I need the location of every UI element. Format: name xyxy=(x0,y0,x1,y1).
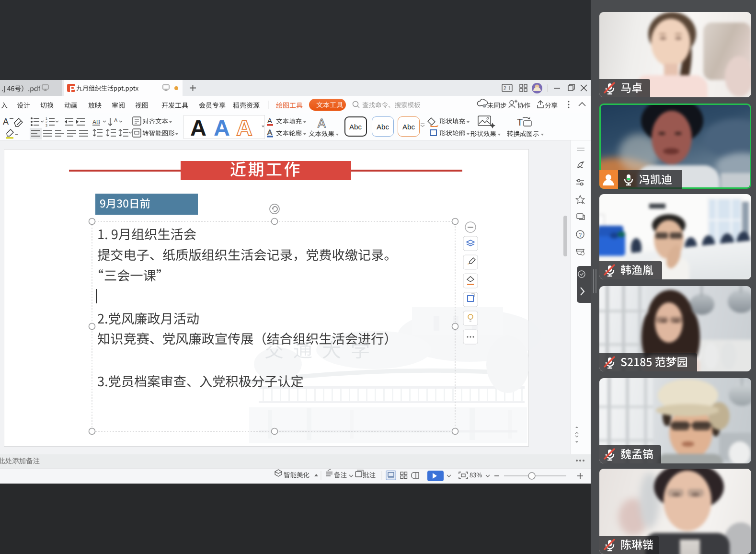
svg-text:Abc: Abc xyxy=(377,123,389,131)
svg-text:A: A xyxy=(267,116,272,125)
svg-text:Abc: Abc xyxy=(349,123,362,131)
svg-text:A: A xyxy=(3,117,9,127)
svg-text:A: A xyxy=(236,115,252,140)
svg-text:Abc: Abc xyxy=(402,123,415,131)
svg-text:A: A xyxy=(318,116,326,130)
svg-text:T: T xyxy=(517,117,523,127)
svg-text:3: 3 xyxy=(46,124,47,127)
svg-text:A: A xyxy=(214,115,230,140)
svg-text:2: 2 xyxy=(46,120,47,124)
svg-text:A: A xyxy=(114,117,118,123)
svg-text:1: 1 xyxy=(46,117,47,120)
svg-text:?: ? xyxy=(579,232,582,238)
svg-text:2: 2 xyxy=(504,86,506,91)
svg-text:AB: AB xyxy=(92,119,100,126)
svg-text:A: A xyxy=(190,115,206,140)
svg-text:A: A xyxy=(267,128,272,136)
